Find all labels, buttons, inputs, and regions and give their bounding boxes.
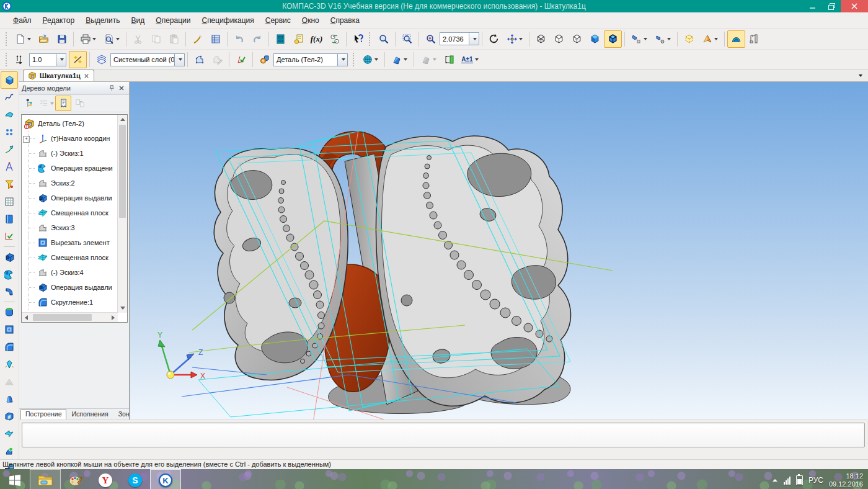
current-part-dropdown[interactable] (337, 54, 347, 66)
scroll-down-icon[interactable] (118, 303, 127, 313)
display-shaded-edges-button[interactable] (604, 30, 622, 48)
surfaces-button[interactable] (1, 106, 18, 123)
round-hole-button[interactable] (1, 442, 18, 460)
tree-item-origin[interactable]: + (т)Начало координ (22, 131, 118, 146)
loft-operation-button[interactable] (1, 283, 18, 300)
menu-edit[interactable]: Редактор (37, 14, 81, 27)
tree-vertical-scrollbar[interactable] (117, 115, 127, 313)
dimensions-button[interactable] (440, 51, 458, 68)
tree-structure-button[interactable] (22, 96, 38, 111)
tab-versions[interactable]: Исполнения (66, 409, 113, 419)
document-tab[interactable]: Шкатулка1ц (23, 70, 94, 81)
tree-item-sketch3[interactable]: Эскиз:3 (22, 220, 118, 235)
simplified-display-button[interactable] (627, 30, 651, 48)
copy-properties-button[interactable] (188, 30, 206, 48)
display-hidden-thin-button[interactable] (568, 30, 586, 48)
library-manager-button[interactable] (272, 30, 290, 48)
current-step-dropdown[interactable] (56, 54, 66, 66)
menu-operations[interactable]: Операции (150, 14, 196, 27)
taskbar-explorer-button[interactable] (30, 469, 61, 489)
scroll-up-icon[interactable] (118, 115, 127, 124)
restore-button[interactable] (822, 0, 841, 12)
menu-window[interactable]: Окно (296, 14, 325, 27)
tab-close-icon[interactable] (84, 73, 89, 79)
new-document-button[interactable] (11, 30, 35, 48)
zoom-scale-combo[interactable]: 2.0736 (440, 32, 479, 45)
redo-button[interactable] (248, 30, 266, 48)
message-box[interactable] (22, 423, 865, 447)
menu-service[interactable]: Сервис (260, 14, 296, 27)
close-button[interactable] (841, 0, 868, 12)
current-step-combo[interactable]: 1.0 (29, 53, 66, 66)
scroll-left-icon[interactable] (22, 313, 31, 322)
toolbar-grip[interactable] (369, 32, 373, 46)
specification-button[interactable] (1, 193, 18, 210)
rotate-view-button[interactable] (485, 30, 503, 48)
cut-button[interactable] (129, 30, 147, 48)
orientation-button[interactable] (698, 30, 722, 48)
close-panel-button[interactable] (117, 84, 126, 93)
sketch-mode-button[interactable] (190, 51, 208, 68)
toolbar-grip[interactable] (6, 53, 9, 66)
relief-button[interactable] (417, 51, 440, 68)
tree-horizontal-scrollbar[interactable] (22, 312, 118, 322)
surface-curvature-button[interactable] (727, 30, 745, 48)
print-button[interactable] (76, 30, 100, 48)
menu-specification[interactable]: Спецификация (196, 14, 259, 27)
menu-file[interactable]: Файл (7, 14, 37, 27)
tree-composition-button[interactable] (38, 96, 55, 111)
context-help-button[interactable] (349, 30, 367, 48)
taskbar-yandex-button[interactable]: Y (91, 469, 120, 489)
menu-view[interactable]: Вид (126, 14, 151, 27)
section-button[interactable] (1, 425, 18, 442)
model-structure-button[interactable] (745, 30, 763, 48)
points-array-button[interactable] (1, 123, 18, 141)
menu-help[interactable]: Справка (325, 14, 365, 27)
boolean-operation-button[interactable] (1, 303, 18, 321)
shell-button[interactable] (1, 408, 18, 425)
section-display-button[interactable] (651, 30, 675, 48)
tree-item-fillet[interactable]: Скругление:1 (22, 295, 118, 310)
task-help-button[interactable] (290, 30, 308, 48)
copy-button[interactable] (147, 30, 165, 48)
model-viewport[interactable]: Y Z X (130, 82, 868, 419)
menu-select[interactable]: Выделить (80, 14, 125, 27)
scroll-right-icon[interactable] (108, 313, 118, 322)
clock[interactable]: 18:12 09.12.2016 (829, 472, 863, 488)
curve-arrow-button[interactable] (1, 141, 18, 158)
hole-button[interactable] (1, 356, 18, 373)
zoom-window-button[interactable] (398, 30, 416, 48)
tree-item-part[interactable]: Деталь (Тел-2) (22, 116, 118, 131)
tree-item-sketch2[interactable]: Эскиз:2 (22, 176, 118, 191)
save-button[interactable] (53, 30, 71, 48)
undo-button[interactable] (230, 30, 248, 48)
fillet-button[interactable] (1, 338, 18, 356)
tab-construction[interactable]: Построение (20, 409, 66, 419)
draft-button[interactable] (1, 390, 18, 408)
unit-converter-button[interactable] (326, 30, 343, 48)
tree-item-sketch4[interactable]: (-) Эскиз:4 (22, 265, 118, 280)
open-document-button[interactable] (35, 30, 53, 48)
edit-sketch-button[interactable] (208, 51, 226, 68)
hidden-icons-chevron[interactable] (772, 478, 778, 483)
properties-button[interactable] (206, 30, 224, 48)
filter-button[interactable] (1, 176, 18, 193)
tree-document-button[interactable] (55, 96, 71, 111)
scrollbar-thumb[interactable] (119, 125, 126, 218)
tab-list-dropdown[interactable] (854, 71, 864, 80)
filters-button[interactable] (358, 51, 382, 68)
current-part-combo[interactable]: Деталь (Тел-2) (273, 53, 348, 66)
zoom-in-button[interactable] (374, 30, 392, 48)
variables-button[interactable]: f(x) (308, 30, 326, 48)
taskbar-skype-button[interactable]: S (120, 469, 150, 489)
layers-button[interactable] (92, 51, 110, 68)
pan-view-button[interactable] (503, 30, 526, 48)
tree-item-extrude1[interactable]: Операция выдавли (22, 191, 118, 205)
tree-relations-button[interactable] (72, 96, 88, 111)
rib-button[interactable] (1, 373, 18, 390)
tree-item-extrude2[interactable]: Операция выдавли (22, 280, 118, 295)
pin-panel-button[interactable] (107, 84, 117, 93)
toolbar-grip[interactable] (6, 32, 9, 46)
snap-settings-button[interactable] (69, 51, 87, 68)
measure-button[interactable] (1, 228, 18, 245)
